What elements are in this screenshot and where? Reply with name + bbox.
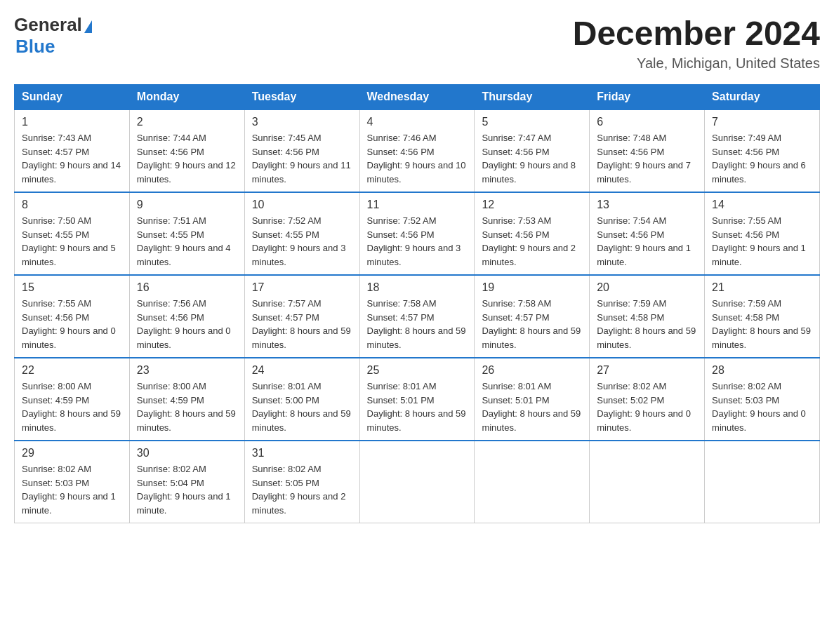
logo-triangle-icon — [84, 20, 92, 33]
day-info: Sunrise: 8:00 AMSunset: 4:59 PMDaylight:… — [137, 380, 237, 434]
day-number: 31 — [252, 447, 352, 459]
day-number: 3 — [252, 116, 352, 128]
day-number: 19 — [482, 281, 582, 294]
day-number: 28 — [712, 364, 812, 377]
day-cell: 9Sunrise: 7:51 AMSunset: 4:55 PMDaylight… — [129, 192, 244, 275]
day-number: 13 — [597, 199, 697, 211]
day-number: 18 — [367, 281, 468, 294]
day-info: Sunrise: 8:01 AMSunset: 5:01 PMDaylight:… — [482, 380, 582, 434]
day-cell: 24Sunrise: 8:01 AMSunset: 5:00 PMDayligh… — [244, 358, 359, 441]
day-number: 22 — [22, 364, 122, 377]
day-cell — [590, 441, 705, 523]
weekday-header-monday: Monday — [129, 85, 244, 110]
day-info: Sunrise: 7:59 AMSunset: 4:58 PMDaylight:… — [597, 297, 697, 351]
day-number: 30 — [137, 447, 237, 459]
day-info: Sunrise: 7:45 AMSunset: 4:56 PMDaylight:… — [252, 131, 352, 186]
day-info: Sunrise: 7:47 AMSunset: 4:56 PMDaylight:… — [482, 131, 582, 186]
day-cell: 22Sunrise: 8:00 AMSunset: 4:59 PMDayligh… — [15, 358, 130, 441]
day-number: 27 — [597, 364, 697, 377]
day-cell: 19Sunrise: 7:58 AMSunset: 4:57 PMDayligh… — [475, 275, 590, 358]
day-info: Sunrise: 7:53 AMSunset: 4:56 PMDaylight:… — [482, 214, 582, 269]
logo: General Blue — [14, 14, 92, 58]
day-cell: 11Sunrise: 7:52 AMSunset: 4:56 PMDayligh… — [359, 192, 475, 275]
day-number: 9 — [137, 199, 237, 211]
day-cell — [475, 441, 590, 523]
day-cell: 14Sunrise: 7:55 AMSunset: 4:56 PMDayligh… — [705, 192, 820, 275]
day-cell: 29Sunrise: 8:02 AMSunset: 5:03 PMDayligh… — [15, 441, 130, 523]
day-cell: 13Sunrise: 7:54 AMSunset: 4:56 PMDayligh… — [590, 192, 705, 275]
day-cell: 3Sunrise: 7:45 AMSunset: 4:56 PMDaylight… — [244, 109, 359, 192]
weekday-header-friday: Friday — [590, 85, 705, 110]
day-number: 23 — [137, 364, 237, 377]
day-number: 8 — [22, 199, 122, 211]
title-area: December 2024 Yale, Michigan, United Sta… — [573, 14, 820, 72]
day-number: 11 — [367, 199, 468, 211]
week-row-5: 29Sunrise: 8:02 AMSunset: 5:03 PMDayligh… — [15, 441, 820, 523]
day-number: 6 — [597, 116, 697, 128]
weekday-header-wednesday: Wednesday — [359, 85, 475, 110]
week-row-1: 1Sunrise: 7:43 AMSunset: 4:57 PMDaylight… — [15, 109, 820, 192]
day-info: Sunrise: 7:57 AMSunset: 4:57 PMDaylight:… — [252, 297, 352, 351]
weekday-header-thursday: Thursday — [475, 85, 590, 110]
day-cell: 1Sunrise: 7:43 AMSunset: 4:57 PMDaylight… — [15, 109, 130, 192]
day-info: Sunrise: 7:58 AMSunset: 4:57 PMDaylight:… — [367, 297, 468, 351]
calendar-table: SundayMondayTuesdayWednesdayThursdayFrid… — [14, 84, 820, 523]
weekday-header-row: SundayMondayTuesdayWednesdayThursdayFrid… — [15, 85, 820, 110]
day-info: Sunrise: 7:52 AMSunset: 4:55 PMDaylight:… — [252, 214, 352, 269]
day-info: Sunrise: 7:51 AMSunset: 4:55 PMDaylight:… — [137, 214, 237, 269]
day-number: 21 — [712, 281, 812, 294]
day-cell: 18Sunrise: 7:58 AMSunset: 4:57 PMDayligh… — [359, 275, 475, 358]
day-cell — [359, 441, 475, 523]
day-cell — [705, 441, 820, 523]
day-cell: 7Sunrise: 7:49 AMSunset: 4:56 PMDaylight… — [705, 109, 820, 192]
day-number: 7 — [712, 116, 812, 128]
day-info: Sunrise: 8:02 AMSunset: 5:04 PMDaylight:… — [137, 462, 237, 517]
day-info: Sunrise: 7:46 AMSunset: 4:56 PMDaylight:… — [367, 131, 468, 186]
day-info: Sunrise: 7:48 AMSunset: 4:56 PMDaylight:… — [597, 131, 697, 186]
day-number: 1 — [22, 116, 122, 128]
day-cell: 17Sunrise: 7:57 AMSunset: 4:57 PMDayligh… — [244, 275, 359, 358]
location-title: Yale, Michigan, United States — [573, 55, 820, 72]
day-cell: 20Sunrise: 7:59 AMSunset: 4:58 PMDayligh… — [590, 275, 705, 358]
day-info: Sunrise: 7:56 AMSunset: 4:56 PMDaylight:… — [137, 297, 237, 351]
week-row-2: 8Sunrise: 7:50 AMSunset: 4:55 PMDaylight… — [15, 192, 820, 275]
day-number: 26 — [482, 364, 582, 377]
day-info: Sunrise: 8:02 AMSunset: 5:03 PMDaylight:… — [22, 462, 122, 517]
day-number: 16 — [137, 281, 237, 294]
day-info: Sunrise: 7:55 AMSunset: 4:56 PMDaylight:… — [712, 214, 812, 269]
day-number: 10 — [252, 199, 352, 211]
day-info: Sunrise: 8:01 AMSunset: 5:00 PMDaylight:… — [252, 380, 352, 434]
day-cell: 21Sunrise: 7:59 AMSunset: 4:58 PMDayligh… — [705, 275, 820, 358]
day-number: 17 — [252, 281, 352, 294]
day-number: 25 — [367, 364, 468, 377]
day-cell: 28Sunrise: 8:02 AMSunset: 5:03 PMDayligh… — [705, 358, 820, 441]
logo-blue-text: Blue — [15, 36, 92, 58]
month-title: December 2024 — [573, 14, 820, 53]
day-number: 4 — [367, 116, 468, 128]
day-cell: 4Sunrise: 7:46 AMSunset: 4:56 PMDaylight… — [359, 109, 475, 192]
day-number: 12 — [482, 199, 582, 211]
week-row-3: 15Sunrise: 7:55 AMSunset: 4:56 PMDayligh… — [15, 275, 820, 358]
day-cell: 30Sunrise: 8:02 AMSunset: 5:04 PMDayligh… — [129, 441, 244, 523]
day-info: Sunrise: 7:58 AMSunset: 4:57 PMDaylight:… — [482, 297, 582, 351]
day-info: Sunrise: 8:00 AMSunset: 4:59 PMDaylight:… — [22, 380, 122, 434]
day-info: Sunrise: 8:02 AMSunset: 5:02 PMDaylight:… — [597, 380, 697, 434]
day-info: Sunrise: 7:55 AMSunset: 4:56 PMDaylight:… — [22, 297, 122, 351]
day-cell: 10Sunrise: 7:52 AMSunset: 4:55 PMDayligh… — [244, 192, 359, 275]
day-number: 14 — [712, 199, 812, 211]
day-cell: 6Sunrise: 7:48 AMSunset: 4:56 PMDaylight… — [590, 109, 705, 192]
day-number: 5 — [482, 116, 582, 128]
day-info: Sunrise: 7:44 AMSunset: 4:56 PMDaylight:… — [137, 131, 237, 186]
day-number: 2 — [137, 116, 237, 128]
day-cell: 15Sunrise: 7:55 AMSunset: 4:56 PMDayligh… — [15, 275, 130, 358]
day-info: Sunrise: 7:54 AMSunset: 4:56 PMDaylight:… — [597, 214, 697, 269]
day-cell: 5Sunrise: 7:47 AMSunset: 4:56 PMDaylight… — [475, 109, 590, 192]
day-number: 24 — [252, 364, 352, 377]
day-info: Sunrise: 7:52 AMSunset: 4:56 PMDaylight:… — [367, 214, 468, 269]
day-cell: 2Sunrise: 7:44 AMSunset: 4:56 PMDaylight… — [129, 109, 244, 192]
day-cell: 26Sunrise: 8:01 AMSunset: 5:01 PMDayligh… — [475, 358, 590, 441]
day-number: 29 — [22, 447, 122, 459]
day-info: Sunrise: 8:01 AMSunset: 5:01 PMDaylight:… — [367, 380, 468, 434]
day-cell: 23Sunrise: 8:00 AMSunset: 4:59 PMDayligh… — [129, 358, 244, 441]
logo-general-text: General — [14, 14, 82, 36]
